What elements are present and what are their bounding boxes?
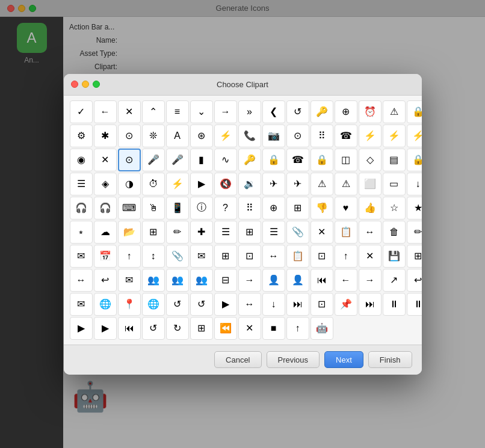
- icon-cell-37[interactable]: 🔑: [238, 149, 261, 171]
- icon-cell-9[interactable]: ↺: [286, 100, 309, 123]
- icon-cell-131[interactable]: 📌: [335, 293, 357, 316]
- icon-cell-71[interactable]: ♥: [335, 197, 357, 219]
- icon-cell-53[interactable]: ✈: [262, 173, 285, 195]
- icon-cell-40[interactable]: 🔒: [310, 149, 333, 171]
- icon-cell-141[interactable]: ⏪: [214, 317, 237, 340]
- icon-cell-134[interactable]: ⏸: [407, 293, 422, 316]
- icon-cell-95[interactable]: ✉: [190, 245, 213, 268]
- icon-cell-140[interactable]: ⊞: [190, 317, 213, 340]
- icon-cell-51[interactable]: 🔇: [214, 173, 237, 195]
- icon-cell-36[interactable]: ∿: [214, 149, 237, 171]
- icon-cell-121[interactable]: 🌐: [94, 293, 117, 316]
- icon-cell-54[interactable]: ✈: [286, 173, 309, 195]
- icon-cell-57[interactable]: ⬜: [359, 173, 382, 195]
- icon-cell-110[interactable]: 👥: [190, 269, 213, 292]
- icon-cell-0[interactable]: ✓: [70, 100, 93, 123]
- icon-cell-19[interactable]: A: [166, 124, 189, 147]
- icon-cell-56[interactable]: ⚠: [335, 173, 357, 195]
- icon-cell-126[interactable]: ▶: [214, 293, 237, 316]
- icon-cell-14[interactable]: 🔒: [407, 100, 422, 123]
- icon-cell-10[interactable]: 🔑: [310, 100, 333, 123]
- icon-cell-104[interactable]: ⊞: [407, 245, 422, 268]
- icon-cell-28[interactable]: ⚡: [383, 124, 406, 147]
- icon-cell-78[interactable]: ⊞: [142, 221, 165, 244]
- icon-cell-90[interactable]: ✉: [70, 245, 93, 268]
- icon-cell-79[interactable]: ✏: [166, 221, 189, 244]
- icon-cell-100[interactable]: ⊡: [310, 245, 333, 268]
- icon-cell-21[interactable]: ⚡: [214, 124, 237, 147]
- icon-cell-49[interactable]: ⚡: [166, 173, 189, 195]
- icon-cell-63[interactable]: 🖱: [142, 197, 165, 219]
- icon-cell-22[interactable]: 📞: [238, 124, 261, 147]
- icon-cell-129[interactable]: ⏭: [286, 293, 309, 316]
- icon-cell-97[interactable]: ⊡: [238, 245, 261, 268]
- icon-cell-4[interactable]: ≡: [166, 100, 189, 123]
- icon-cell-92[interactable]: ↑: [118, 245, 141, 268]
- icon-cell-143[interactable]: ■: [262, 317, 285, 340]
- icon-cell-86[interactable]: 📋: [335, 221, 357, 244]
- icon-cell-1[interactable]: ←: [94, 100, 117, 123]
- icon-cell-132[interactable]: ⏭: [359, 293, 382, 316]
- icon-cell-119[interactable]: ↩: [407, 269, 422, 292]
- icon-cell-130[interactable]: ⊡: [310, 293, 333, 316]
- icon-cell-69[interactable]: ⊞: [286, 197, 309, 219]
- icon-cell-8[interactable]: ❮: [262, 100, 285, 123]
- icon-cell-58[interactable]: ▭: [383, 173, 406, 195]
- icon-cell-67[interactable]: ⠿: [238, 197, 261, 219]
- icon-cell-80[interactable]: ✚: [190, 221, 213, 244]
- icon-cell-5[interactable]: ⌄: [190, 100, 213, 123]
- icon-cell-125[interactable]: ↺: [190, 293, 213, 316]
- icon-cell-60[interactable]: 🎧: [70, 197, 93, 219]
- icon-cell-20[interactable]: ⊛: [190, 124, 213, 147]
- icon-cell-26[interactable]: ☎: [335, 124, 357, 147]
- icon-cell-87[interactable]: ↔: [359, 221, 382, 244]
- icon-cell-55[interactable]: ⚠: [310, 173, 333, 195]
- icon-cell-75[interactable]: ⭒: [70, 221, 93, 244]
- icon-cell-98[interactable]: ↔: [262, 245, 285, 268]
- icon-cell-144[interactable]: ↑: [286, 317, 309, 340]
- icon-cell-83[interactable]: ☰: [262, 221, 285, 244]
- icon-cell-39[interactable]: ☎: [286, 149, 309, 171]
- icon-cell-50[interactable]: ▶: [190, 173, 213, 195]
- icon-cell-68[interactable]: ⊕: [262, 197, 285, 219]
- icon-cell-3[interactable]: ⌃: [142, 100, 165, 123]
- icon-cell-88[interactable]: 🗑: [383, 221, 406, 244]
- icon-cell-107[interactable]: ✉: [118, 269, 141, 292]
- icon-cell-123[interactable]: 🌐: [142, 293, 165, 316]
- icon-cell-111[interactable]: ⊟: [214, 269, 237, 292]
- icon-cell-89[interactable]: ✏: [407, 221, 422, 244]
- finish-button[interactable]: Finish: [368, 351, 412, 368]
- icon-cell-99[interactable]: 📋: [286, 245, 309, 268]
- icon-cell-135[interactable]: ▶: [70, 317, 93, 340]
- icon-cell-93[interactable]: ↕: [142, 245, 165, 268]
- icon-cell-46[interactable]: ◈: [94, 173, 117, 195]
- icon-cell-32[interactable]: ⊙: [118, 149, 141, 171]
- icon-cell-15[interactable]: ⚙: [70, 124, 93, 147]
- icon-cell-145[interactable]: 🤖: [310, 317, 333, 340]
- dialog-close-button[interactable]: [71, 81, 78, 88]
- icon-cell-77[interactable]: 📂: [118, 221, 141, 244]
- icon-cell-7[interactable]: »: [238, 100, 261, 123]
- icon-cell-33[interactable]: 🎤: [142, 149, 165, 171]
- icon-cell-64[interactable]: 📱: [166, 197, 189, 219]
- icon-cell-17[interactable]: ⊙: [118, 124, 141, 147]
- icon-cell-101[interactable]: ↑: [335, 245, 357, 268]
- icon-cell-113[interactable]: 👤: [262, 269, 285, 292]
- icon-cell-115[interactable]: ⏮: [310, 269, 333, 292]
- icon-cell-16[interactable]: ✱: [94, 124, 117, 147]
- icon-cell-2[interactable]: ✕: [118, 100, 141, 123]
- icon-cell-41[interactable]: ◫: [335, 149, 357, 171]
- icon-cell-120[interactable]: ✉: [70, 293, 93, 316]
- icon-cell-124[interactable]: ↺: [166, 293, 189, 316]
- icon-cell-91[interactable]: 📅: [94, 245, 117, 268]
- icon-cell-6[interactable]: →: [214, 100, 237, 123]
- icon-cell-81[interactable]: ☰: [214, 221, 237, 244]
- icon-cell-65[interactable]: ⓘ: [190, 197, 213, 219]
- icon-cell-137[interactable]: ⏮: [118, 317, 141, 340]
- icon-cell-138[interactable]: ↺: [142, 317, 165, 340]
- icon-cell-142[interactable]: ✕: [238, 317, 261, 340]
- icon-cell-102[interactable]: ✕: [359, 245, 382, 268]
- icon-cell-31[interactable]: ✕: [94, 149, 117, 171]
- icon-cell-74[interactable]: ★: [407, 197, 422, 219]
- icon-cell-70[interactable]: 👎: [310, 197, 333, 219]
